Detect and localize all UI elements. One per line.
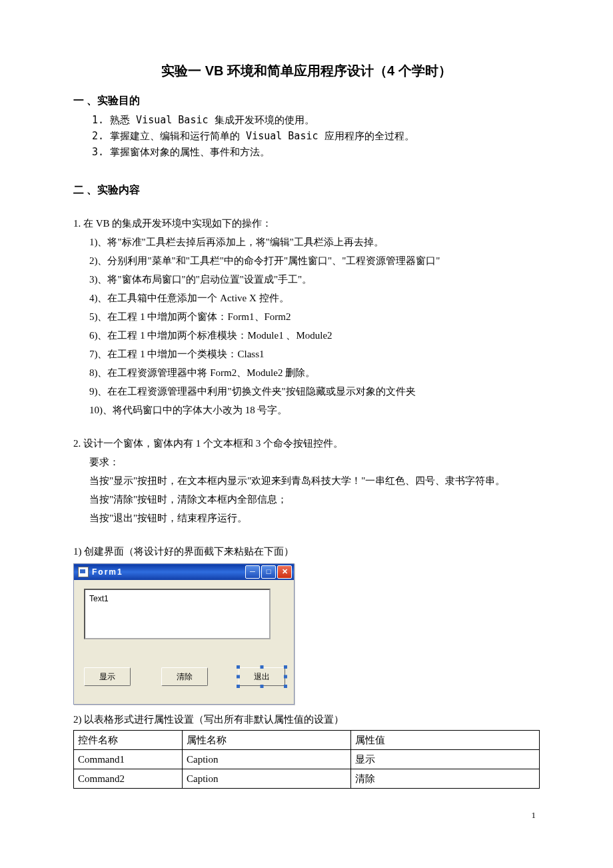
list-item: 2. 掌握建立、编辑和运行简单的 Visual Basic 应用程序的全过程。 — [92, 128, 540, 144]
cell: 清除 — [351, 769, 540, 789]
list-item: 2)、分别利用"菜单"和"工具栏"中的命令打开"属性窗口"、"工程资源管理器窗口… — [89, 253, 540, 269]
property-table: 控件名称 属性名称 属性值 Command1 Caption 显示 Comman… — [73, 730, 540, 789]
window-buttons: ─ □ ✕ — [245, 565, 292, 579]
step1-label: 1) 创建界面（将设计好的界面截下来粘贴在下面） — [73, 543, 540, 559]
q1-intro: 1. 在 VB 的集成开发环境中实现如下的操作： — [73, 215, 540, 231]
minimize-button[interactable]: ─ — [245, 565, 260, 579]
close-button[interactable]: ✕ — [277, 565, 292, 579]
req-item: 当按"退出"按钮时，结束程序运行。 — [89, 510, 540, 526]
list-item: 8)、在工程资源管理器中将 Form2、Module2 删除。 — [89, 365, 540, 381]
req-item: 当按"清除"按钮时，清除文本框内全部信息； — [89, 491, 540, 507]
section-1-list: 1. 熟悉 Visual Basic 集成开发环境的使用。 2. 掌握建立、编辑… — [73, 112, 540, 160]
req-label: 要求： — [89, 454, 540, 470]
maximize-button[interactable]: □ — [261, 565, 276, 579]
exit-button[interactable]: 退出 — [239, 667, 285, 686]
cell: Command2 — [74, 769, 183, 789]
th-value: 属性值 — [351, 731, 540, 750]
list-item: 5)、在工程 1 中增加两个窗体：Form1、Form2 — [89, 309, 540, 325]
list-item: 1)、将"标准"工具栏去掉后再添加上，将"编辑"工具栏添上再去掉。 — [89, 234, 540, 250]
cell: 显示 — [351, 750, 540, 769]
list-item: 1. 熟悉 Visual Basic 集成开发环境的使用。 — [92, 112, 540, 128]
button-row: 显示 清除 退出 — [80, 663, 288, 698]
section-2-heading: 二 、实验内容 — [73, 181, 540, 199]
th-control: 控件名称 — [74, 731, 183, 750]
exit-button-label: 退出 — [254, 671, 270, 683]
show-button[interactable]: 显示 — [84, 667, 131, 686]
text1-textbox[interactable]: Text1 — [84, 589, 271, 639]
list-item: 3. 掌握窗体对象的属性、事件和方法。 — [92, 144, 540, 160]
form-icon — [78, 567, 89, 577]
req-item: 当按"显示"按扭时，在文本框内显示"欢迎来到青岛科技大学！"一串红色、四号、隶书… — [89, 473, 540, 489]
vb-form-window: Form1 ─ □ ✕ Text1 显示 清除 退出 — [73, 563, 295, 705]
table-header-row: 控件名称 属性名称 属性值 — [74, 731, 540, 750]
q1-list: 1)、将"标准"工具栏去掉后再添加上，将"编辑"工具栏添上再去掉。 2)、分别利… — [73, 234, 540, 418]
page-number: 1 — [73, 809, 540, 823]
list-item: 4)、在工具箱中任意添加一个 Active X 控件。 — [89, 290, 540, 306]
table-row: Command1 Caption 显示 — [74, 750, 540, 769]
list-item: 3)、将"窗体布局窗口"的"启动位置"设置成"手工"。 — [89, 271, 540, 287]
page-title: 实验一 VB 环境和简单应用程序设计（4 个学时） — [73, 60, 540, 81]
q2-intro: 2. 设计一个窗体，窗体内有 1 个文本框和 3 个命令按钮控件。 — [73, 435, 540, 451]
th-prop: 属性名称 — [183, 731, 351, 750]
clear-button[interactable]: 清除 — [161, 667, 208, 686]
cell: Caption — [183, 750, 351, 769]
step2-label: 2) 以表格形式进行属性设置（写出所有非默认属性值的设置） — [73, 711, 540, 727]
list-item: 10)、将代码窗口中的字体大小改为 18 号字。 — [89, 402, 540, 418]
cell: Caption — [183, 769, 351, 789]
section-1-heading: 一 、实验目的 — [73, 92, 540, 109]
q2-requirements: 要求： 当按"显示"按扭时，在文本框内显示"欢迎来到青岛科技大学！"一串红色、四… — [73, 454, 540, 526]
form-body: Text1 显示 清除 退出 — [74, 580, 294, 704]
titlebar: Form1 ─ □ ✕ — [74, 564, 294, 580]
cell: Command1 — [74, 750, 183, 769]
table-row: Command2 Caption 清除 — [74, 769, 540, 789]
list-item: 6)、在工程 1 中增加两个标准模块：Module1 、Module2 — [89, 327, 540, 343]
list-item: 7)、在工程 1 中增加一个类模块：Class1 — [89, 346, 540, 362]
list-item: 9)、在在工程资源管理器中利用"切换文件夹"按钮隐藏或显示对象的文件夹 — [89, 383, 540, 399]
form-title: Form1 — [92, 566, 245, 579]
